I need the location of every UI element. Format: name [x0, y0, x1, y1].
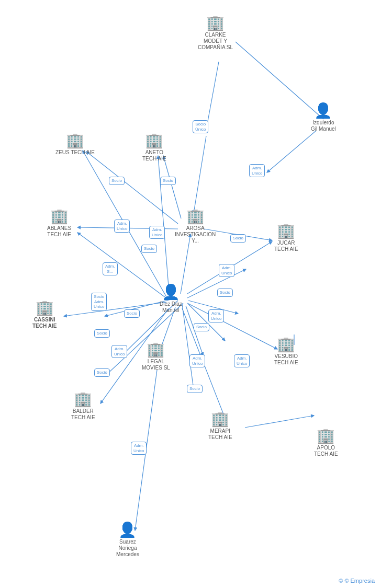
badge-adm-unico-8[interactable]: Adm.Unico	[234, 354, 250, 367]
badge-adm-unico-2[interactable]: Adm.Unico	[114, 220, 130, 233]
node-balder[interactable]: 🏢 BALDER TECH AIE	[71, 392, 95, 421]
node-jucar[interactable]: 🏢 JUCAR TECH AIE	[274, 224, 298, 252]
watermark-text: © Empresia	[344, 578, 375, 584]
person-icon-diez: 👤	[162, 285, 180, 299]
node-izquierdo[interactable]: 👤 Izquierdo Gil Manuel	[311, 103, 336, 132]
badge-adm-s[interactable]: Adm.S...	[103, 262, 118, 275]
badge-socio-unico-1[interactable]: SocioÚnico	[193, 120, 208, 133]
building-icon-aneto: 🏢	[145, 133, 163, 148]
node-zeus[interactable]: 🏢 ZEUS TECH AIE	[55, 133, 95, 156]
person-icon-izquierdo: 👤	[314, 103, 332, 118]
building-icon-clarke: 🏢	[206, 16, 225, 30]
node-merapi[interactable]: 🏢 MERAPI TECH AIE	[208, 412, 232, 441]
connection-lines	[0, 0, 381, 588]
svg-line-28	[182, 304, 194, 389]
building-icon-balder: 🏢	[74, 392, 92, 407]
node-label-zeus: ZEUS TECH AIE	[55, 149, 95, 156]
badge-socio-9[interactable]: Socio	[94, 368, 110, 377]
badge-adm-unico-4[interactable]: Adm.Unico	[219, 264, 234, 277]
svg-line-0	[206, 62, 219, 130]
badge-socio-adm-unico[interactable]: SocioAdm.Unico	[91, 293, 107, 311]
badge-socio-4[interactable]: Socio	[230, 234, 246, 243]
person-icon-suarez: 👤	[118, 523, 137, 537]
node-label-diez: Diez Diaz Manuel	[160, 301, 182, 314]
node-label-izquierdo: Izquierdo Gil Manuel	[311, 120, 336, 132]
node-clarke[interactable]: 🏢 CLARKE MODET Y COMPAÑIA SL	[198, 16, 233, 51]
node-vesubio[interactable]: 🏢 VESUBIO TECH AIE	[274, 337, 298, 366]
building-icon-zeus: 🏢	[66, 133, 84, 148]
svg-line-12	[64, 302, 166, 316]
badge-adm-unico-7[interactable]: Adm.Unico	[189, 354, 205, 367]
node-ablanes[interactable]: 🏢 ABLANES TECH AIE	[47, 209, 71, 238]
badge-adm-unico-5[interactable]: Adm.Unico	[208, 309, 224, 322]
badge-socio-7[interactable]: Socio	[194, 323, 209, 331]
badge-socio-6[interactable]: Socio	[124, 309, 140, 318]
svg-line-2	[267, 131, 316, 172]
node-label-balder: BALDER TECH AIE	[71, 408, 95, 421]
node-label-legal: LEGAL MOVIES SL	[142, 359, 170, 371]
building-icon-apolo: 🏢	[317, 429, 335, 443]
node-label-merapi: MERAPI TECH AIE	[208, 428, 232, 441]
node-arosa[interactable]: 🏢 AROSA INVESTIGACION Y...	[175, 209, 216, 244]
node-apolo[interactable]: 🏢 APOLO TECH AIE	[314, 429, 338, 457]
svg-line-4	[86, 152, 178, 224]
badge-adm-unico-1[interactable]: Adm.Unico	[249, 164, 265, 177]
node-label-jucar: JUCAR TECH AIE	[274, 240, 298, 252]
node-label-ablanes: ABLANES TECH AIE	[47, 225, 71, 238]
building-icon-legal: 🏢	[147, 342, 165, 357]
svg-line-3	[194, 136, 206, 213]
badge-adm-unico-9[interactable]: Adm.Unico	[131, 442, 147, 455]
node-label-clarke: CLARKE MODET Y COMPAÑIA SL	[198, 32, 233, 51]
node-legal[interactable]: 🏢 LEGAL MOVIES SL	[142, 342, 170, 371]
badge-adm-unico-6[interactable]: Adm.Unico	[111, 345, 127, 358]
node-label-aneto: ANETO TECH AIE	[142, 149, 166, 162]
building-icon-merapi: 🏢	[211, 412, 229, 426]
badge-socio-5[interactable]: Socio	[217, 289, 233, 297]
building-icon-jucar: 🏢	[277, 224, 295, 238]
building-icon-cassini: 🏢	[36, 301, 54, 315]
building-icon-vesubio: 🏢	[277, 337, 295, 352]
svg-line-24	[187, 269, 246, 298]
node-label-cassini: CASSINI TECH AIE	[32, 317, 57, 329]
building-icon-arosa: 🏢	[186, 209, 205, 224]
badge-socio-10[interactable]: Socio	[187, 385, 203, 393]
node-label-suarez: Suarez Noriega Mercedes	[116, 539, 139, 558]
watermark: © © Empresia	[339, 578, 375, 584]
node-label-arosa: AROSA INVESTIGACION Y...	[175, 225, 216, 244]
node-cassini[interactable]: 🏢 CASSINI TECH AIE	[32, 301, 57, 329]
badge-socio-2[interactable]: Socio	[160, 177, 176, 185]
svg-line-11	[77, 233, 167, 299]
node-aneto[interactable]: 🏢 ANETO TECH AIE	[142, 133, 166, 162]
node-suarez[interactable]: 👤 Suarez Noriega Mercedes	[116, 523, 139, 558]
svg-line-19	[245, 416, 314, 428]
badge-adm-unico-3[interactable]: Adm.Unico	[149, 226, 165, 239]
node-label-apolo: APOLO TECH AIE	[314, 445, 338, 457]
watermark-symbol: ©	[339, 578, 343, 584]
node-label-vesubio: VESUBIO TECH AIE	[274, 353, 298, 366]
badge-socio-8[interactable]: Socio	[94, 329, 110, 338]
badge-socio-3[interactable]: Socio	[141, 245, 157, 253]
graph-container: 🏢 CLARKE MODET Y COMPAÑIA SL 👤 Izquierdo…	[0, 0, 381, 588]
badge-socio-1[interactable]: Socio	[109, 177, 125, 185]
node-diez[interactable]: 👤 Diez Diaz Manuel	[160, 285, 182, 314]
svg-line-1	[236, 42, 323, 119]
building-icon-ablanes: 🏢	[50, 209, 69, 224]
